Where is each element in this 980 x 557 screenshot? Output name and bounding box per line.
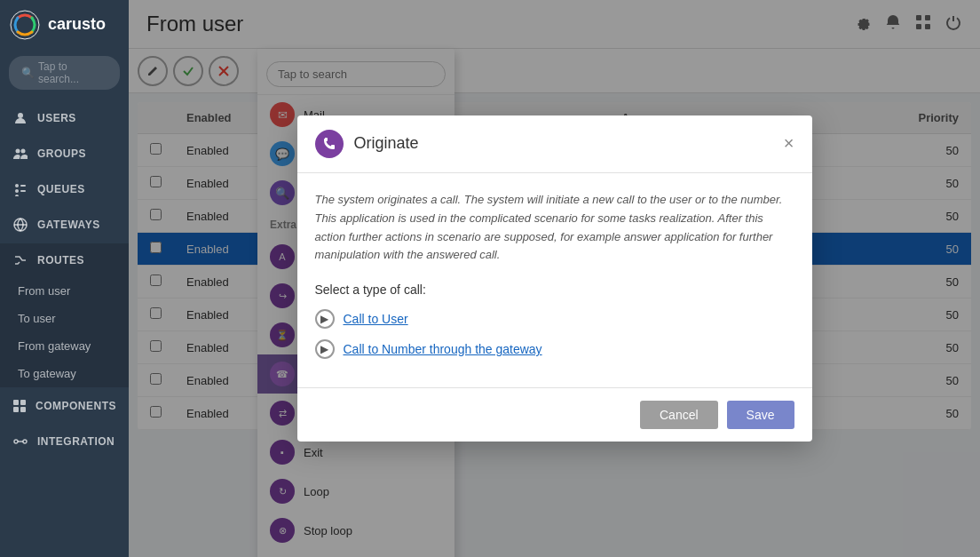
modal-option-call-number[interactable]: ▶ Call to Number through the gateway [315, 339, 794, 359]
groups-icon [12, 146, 28, 162]
nav-queues[interactable]: QUEUES [0, 172, 129, 206]
nav-users[interactable]: USERS [0, 101, 129, 135]
originate-modal: Originate × The system originates a call… [297, 115, 812, 442]
nav-integration[interactable]: INTEGRATION [0, 425, 129, 458]
sidebar-item-from-gateway[interactable]: From gateway [0, 332, 129, 360]
option-arrow-icon: ▶ [315, 309, 335, 329]
logo-icon [9, 9, 41, 41]
logo-text: carusto [48, 15, 106, 34]
svg-point-3 [21, 149, 26, 154]
svg-point-6 [15, 195, 19, 196]
svg-rect-13 [13, 407, 19, 412]
main-content: From user [129, 0, 980, 557]
user-icon [12, 110, 28, 126]
svg-point-15 [14, 440, 18, 443]
search-icon: 🔍 [21, 67, 35, 79]
svg-point-5 [15, 189, 19, 193]
modal-select-label: Select a type of call: [315, 282, 794, 297]
modal-cancel-button[interactable]: Cancel [640, 401, 718, 429]
nav-components-label: COMPONENTS [36, 400, 116, 412]
queues-icon [12, 181, 28, 197]
nav-queues-label: QUEUES [37, 183, 85, 195]
modal-body: The system originates a call. The system… [297, 173, 812, 387]
svg-rect-12 [20, 400, 26, 405]
modal-option-call-user[interactable]: ▶ Call to User [315, 309, 794, 329]
logo-area: carusto [0, 0, 129, 49]
components-icon [12, 398, 27, 414]
nav-gateways[interactable]: GATEWAYS [0, 208, 129, 242]
sidebar-search-placeholder: Tap to search... [38, 60, 111, 85]
nav-integration-label: INTEGRATION [37, 435, 115, 448]
svg-rect-7 [20, 185, 26, 187]
modal-title: Originate [354, 134, 784, 153]
option-arrow-icon-2: ▶ [315, 339, 335, 359]
modal-header: Originate × [297, 115, 812, 173]
modal-save-button[interactable]: Save [727, 401, 794, 429]
routes-icon [12, 252, 28, 268]
nav-gateways-label: GATEWAYS [37, 219, 100, 231]
nav-users-label: USERS [37, 112, 76, 124]
modal-option-call-number-label: Call to Number through the gateway [344, 342, 542, 356]
svg-point-16 [23, 440, 27, 443]
sidebar-nav: USERS GROUPS QUEUES [0, 97, 129, 557]
integration-icon [12, 434, 28, 450]
modal-header-icon [315, 130, 344, 158]
sidebar: carusto 🔍 Tap to search... USERS GROUPS [0, 0, 129, 557]
svg-rect-11 [13, 400, 19, 405]
svg-rect-14 [20, 407, 26, 412]
nav-groups[interactable]: GROUPS [0, 137, 129, 171]
sidebar-search-area[interactable]: 🔍 Tap to search... [0, 49, 129, 97]
nav-components[interactable]: COMPONENTS [0, 389, 129, 423]
modal-overlay: Originate × The system originates a call… [129, 0, 980, 557]
svg-point-4 [15, 184, 19, 187]
sidebar-item-from-user[interactable]: From user [0, 277, 129, 305]
nav-routes-label: ROUTES [37, 254, 84, 267]
sidebar-item-to-user[interactable]: To user [0, 305, 129, 332]
modal-close-button[interactable]: × [784, 133, 794, 154]
nav-groups-label: GROUPS [37, 147, 86, 160]
modal-description: The system originates a call. The system… [315, 191, 794, 265]
svg-point-1 [18, 113, 23, 118]
modal-footer: Cancel Save [297, 387, 812, 442]
gateway-icon [12, 217, 28, 233]
svg-point-2 [16, 149, 20, 154]
sidebar-item-to-gateway[interactable]: To gateway [0, 360, 129, 387]
nav-routes[interactable]: ROUTES From user To user From gateway To… [0, 243, 129, 387]
modal-option-call-user-label: Call to User [344, 312, 408, 326]
svg-rect-8 [20, 190, 26, 192]
